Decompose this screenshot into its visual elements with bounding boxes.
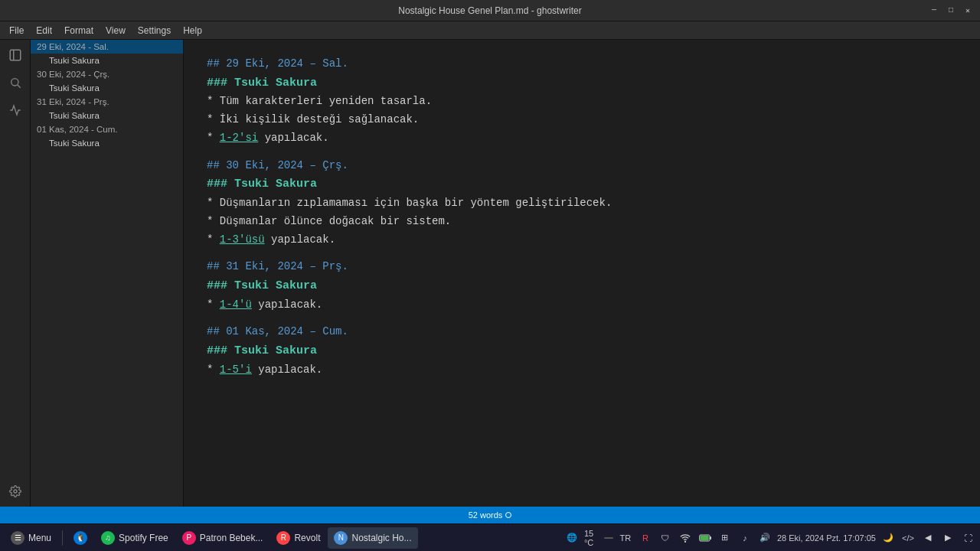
taskbar-app-label-3: Revolt (294, 533, 320, 543)
md-spacer-2 (207, 314, 957, 323)
sidebar-date-entry[interactable]: 29 Eki, 2024 - Sal. (31, 40, 183, 54)
maximize-button[interactable]: □ (945, 5, 957, 17)
window-title: Nostalgic House Genel Plan.md - ghostwri… (52, 5, 928, 16)
taskbar-app-icon-2: P (182, 531, 196, 545)
tray-back-icon[interactable]: ◀ (920, 530, 936, 546)
taskbar-app-3[interactable]: RRevolt (270, 527, 326, 549)
minimize-button[interactable]: ─ (928, 5, 940, 17)
menu-file[interactable]: File (3, 24, 30, 37)
taskbar-app-icon-0: 🐧 (74, 531, 87, 545)
svg-rect-7 (710, 536, 711, 540)
md-h2-2: ## 31 Eki, 2024 – Prş. (207, 258, 957, 276)
tray-network-icon[interactable]: 🌐 (564, 530, 580, 546)
sidebar-chart-icon[interactable] (3, 98, 28, 122)
md-h2-0: ## 29 Eki, 2024 – Sal. (207, 55, 957, 73)
close-button[interactable]: ✕ (962, 5, 974, 17)
left-iconbar (0, 40, 31, 507)
md-bullet-2-0: * 1-4'ü yapılacak. (207, 296, 957, 315)
systray: 🌐 15 °C TR R 🛡 ⊞ ♪ 🔊 28 Eki, 2024 Pzt. 1… (564, 530, 975, 546)
svg-point-2 (11, 79, 18, 86)
clock-date: 28 Eki, 2024 Pzt. 17:07:05 (777, 533, 876, 543)
md-h3-0: ### Tsuki Sakura (207, 73, 957, 93)
tray-moon-icon[interactable]: 🌙 (880, 530, 896, 546)
titlebar: Nostalgic House Genel Plan.md - ghostwri… (0, 0, 980, 21)
md-spacer-3 (207, 380, 957, 389)
tray-lang[interactable]: TR (618, 530, 633, 546)
taskbar-app-icon-1: ♫ (101, 531, 115, 545)
start-label: Menu (28, 533, 51, 543)
md-bullet-1-1: * Düşmanlar ölünce doğacak bir sistem. (207, 213, 957, 231)
tray-volume-icon[interactable]: 🔊 (757, 530, 773, 546)
sidebar-sub-entry[interactable]: Tsuki Sakura (31, 109, 183, 122)
menu-format[interactable]: Format (58, 24, 100, 37)
md-h2-3: ## 01 Kas, 2024 – Cum. (207, 323, 957, 341)
tray-wifi-icon[interactable] (678, 530, 693, 546)
sidebar-sub-entry[interactable]: Tsuki Sakura (31, 54, 183, 67)
sidebar-date-entry[interactable]: 01 Kas, 2024 - Cum. (31, 122, 183, 136)
taskbar-app-icon-3: R (276, 531, 290, 545)
md-bullet-0-0: * Tüm karakterleri yeniden tasarla. (207, 93, 957, 111)
tray-play-icon[interactable]: ▶ (940, 530, 956, 546)
taskbar-separator (62, 530, 63, 546)
editor-block-0: ## 29 Eki, 2024 – Sal.### Tsuki Sakura* … (207, 55, 957, 157)
editor-block-3: ## 01 Kas, 2024 – Cum.### Tsuki Sakura* … (207, 323, 957, 388)
menubar: FileEditFormatViewSettingsHelp (0, 21, 980, 40)
editor-block-1: ## 30 Eki, 2024 – Çrş.### Tsuki Sakura* … (207, 157, 957, 259)
taskbar-app-2[interactable]: PPatron Bebek... (176, 527, 270, 549)
svg-line-3 (18, 85, 21, 88)
taskbar-app-label-1: Spotify Free (119, 533, 168, 543)
md-h3-1: ### Tsuki Sakura (207, 174, 957, 194)
svg-rect-0 (10, 50, 21, 60)
md-spacer-1 (207, 249, 957, 258)
taskbar-app-1[interactable]: ♫Spotify Free (95, 527, 175, 549)
taskbar: ☰ Menu 🐧♫Spotify FreePPatron Bebek...RRe… (0, 523, 980, 551)
taskbar-app-0[interactable]: 🐧 (67, 527, 93, 549)
tray-devices-icon[interactable]: ⊞ (717, 530, 733, 546)
menu-help[interactable]: Help (177, 24, 208, 37)
md-h2-1: ## 30 Eki, 2024 – Çrş. (207, 157, 957, 175)
word-count: 52 words (469, 510, 503, 520)
sidebar-search-icon[interactable] (3, 70, 28, 95)
md-bullet-1-0: * Düşmanların zıplamaması için başka bir… (207, 194, 957, 213)
taskbar-apps: 🐧♫Spotify FreePPatron Bebek...RRevoltNNo… (67, 527, 417, 549)
tray-temp: 15 °C (584, 530, 599, 546)
md-h3-3: ### Tsuki Sakura (207, 341, 957, 361)
sidebar-files-icon[interactable] (3, 43, 28, 67)
menu-settings[interactable]: Settings (132, 24, 177, 37)
main-layout: 29 Eki, 2024 - Sal.Tsuki Sakura30 Eki, 2… (0, 40, 980, 507)
tray-battery-icon[interactable] (697, 530, 713, 546)
sidebar-sub-entry[interactable]: Tsuki Sakura (31, 136, 183, 150)
sidebar-date-entry[interactable]: 31 Eki, 2024 - Prş. (31, 95, 183, 109)
tray-revolt-icon[interactable]: R (638, 530, 653, 546)
svg-point-5 (684, 541, 685, 542)
tray-shield-icon[interactable]: 🛡 (658, 530, 673, 546)
statusbar: 52 words (0, 507, 980, 523)
svg-rect-8 (700, 535, 708, 540)
svg-point-4 (14, 490, 17, 493)
tray-fullscreen-icon[interactable]: ⛶ (960, 530, 975, 546)
md-bullet-0-2: * 1-2'si yapılacak. (207, 129, 957, 148)
taskbar-app-icon-4: N (334, 531, 348, 545)
start-menu-button[interactable]: ☰ Menu (5, 527, 57, 549)
menu-edit[interactable]: Edit (30, 24, 58, 37)
md-h3-2: ### Tsuki Sakura (207, 276, 957, 296)
menu-view[interactable]: View (100, 24, 132, 37)
sidebar-sub-entry[interactable]: Tsuki Sakura (31, 81, 183, 95)
start-icon: ☰ (11, 531, 24, 545)
md-bullet-0-1: * İki kişilik desteği sağlanacak. (207, 111, 957, 129)
tray-music-icon[interactable]: ♪ (737, 530, 753, 546)
window-controls: ─ □ ✕ (928, 5, 974, 17)
tray-code-icon[interactable]: </> (900, 530, 916, 546)
sidebar: 29 Eki, 2024 - Sal.Tsuki Sakura30 Eki, 2… (31, 40, 184, 507)
md-bullet-3-0: * 1-5'i yapılacak. (207, 361, 957, 380)
editor-block-2: ## 31 Eki, 2024 – Prş.### Tsuki Sakura* … (207, 258, 957, 323)
md-spacer-0 (207, 148, 957, 157)
sidebar-date-entry[interactable]: 30 Eki, 2024 - Çrş. (31, 67, 183, 81)
sidebar-settings-icon[interactable] (3, 479, 28, 504)
taskbar-app-4[interactable]: NNostalgic Ho... (328, 527, 417, 549)
taskbar-app-label-4: Nostalgic Ho... (351, 533, 411, 543)
status-indicator (505, 512, 511, 518)
editor[interactable]: ## 29 Eki, 2024 – Sal.### Tsuki Sakura* … (184, 40, 980, 507)
md-bullet-1-2: * 1-3'üsü yapılacak. (207, 231, 957, 249)
tray-input-box (604, 537, 613, 539)
